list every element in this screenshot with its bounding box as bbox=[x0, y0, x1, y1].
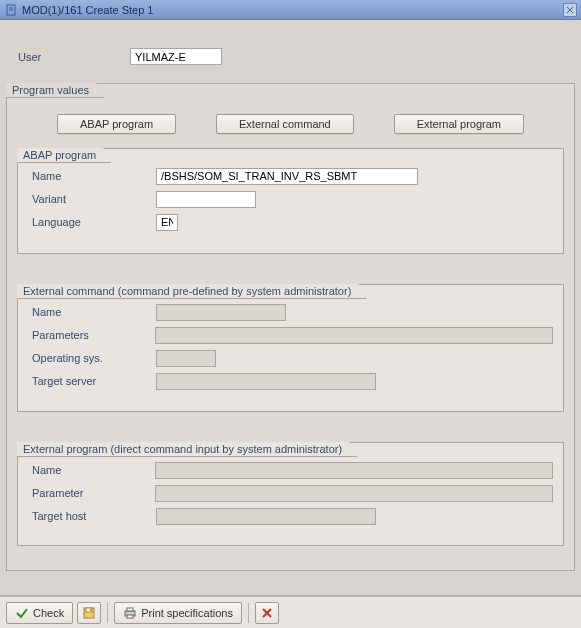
extcmd-params-field bbox=[155, 327, 553, 344]
ext-cmd-legend: External command (command pre-defined by… bbox=[17, 284, 366, 299]
extcmd-os-field bbox=[156, 350, 216, 367]
external-command-group: External command (command pre-defined by… bbox=[17, 284, 564, 412]
extcmd-name-field bbox=[156, 304, 286, 321]
print-spec-button[interactable]: Print specifications bbox=[114, 602, 242, 624]
abap-name-label: Name bbox=[28, 170, 156, 182]
close-icon[interactable] bbox=[563, 3, 577, 17]
print-spec-label: Print specifications bbox=[141, 607, 233, 619]
extcmd-target-label: Target server bbox=[28, 375, 156, 387]
abap-variant-field[interactable] bbox=[156, 191, 256, 208]
extprog-param-label: Parameter bbox=[28, 487, 155, 499]
titlebar: MOD(1)/161 Create Step 1 bbox=[0, 0, 581, 20]
ext-prog-legend: External program (direct command input b… bbox=[17, 442, 357, 457]
extcmd-target-field bbox=[156, 373, 376, 390]
external-command-button[interactable]: External command bbox=[216, 114, 354, 134]
user-row: User bbox=[18, 48, 575, 65]
check-icon bbox=[15, 606, 29, 620]
toolbar-separator bbox=[107, 603, 108, 623]
printer-icon bbox=[123, 606, 137, 620]
window-icon bbox=[6, 4, 18, 16]
cancel-button[interactable] bbox=[255, 602, 279, 624]
external-program-group: External program (direct command input b… bbox=[17, 442, 564, 546]
svg-rect-10 bbox=[127, 615, 133, 618]
abap-program-button[interactable]: ABAP program bbox=[57, 114, 176, 134]
content: User Program values ABAP program Externa… bbox=[0, 20, 581, 595]
abap-name-field[interactable] bbox=[156, 168, 418, 185]
save-icon bbox=[82, 606, 96, 620]
svg-rect-7 bbox=[90, 609, 92, 611]
abap-group: ABAP program Name Variant Language bbox=[17, 148, 564, 254]
extprog-param-field bbox=[155, 485, 553, 502]
program-type-buttons: ABAP program External command External p… bbox=[17, 108, 564, 148]
extprog-name-field bbox=[155, 462, 553, 479]
check-label: Check bbox=[33, 607, 64, 619]
extcmd-os-label: Operating sys. bbox=[28, 352, 156, 364]
external-program-button[interactable]: External program bbox=[394, 114, 524, 134]
bottom-toolbar: Check Print specifications bbox=[0, 595, 581, 628]
program-values-legend: Program values bbox=[6, 83, 104, 98]
program-values-group: Program values ABAP program External com… bbox=[6, 83, 575, 571]
cancel-icon bbox=[260, 606, 274, 620]
extprog-host-label: Target host bbox=[28, 510, 156, 522]
check-button[interactable]: Check bbox=[6, 602, 73, 624]
toolbar-separator-2 bbox=[248, 603, 249, 623]
user-field[interactable] bbox=[130, 48, 222, 65]
save-button[interactable] bbox=[77, 602, 101, 624]
extprog-host-field bbox=[156, 508, 376, 525]
extcmd-params-label: Parameters bbox=[28, 329, 155, 341]
svg-rect-9 bbox=[127, 608, 133, 611]
abap-variant-label: Variant bbox=[28, 193, 156, 205]
abap-language-label: Language bbox=[28, 216, 156, 228]
abap-legend: ABAP program bbox=[17, 148, 111, 163]
extprog-name-label: Name bbox=[28, 464, 155, 476]
extcmd-name-label: Name bbox=[28, 306, 156, 318]
window-title: MOD(1)/161 Create Step 1 bbox=[22, 4, 563, 16]
user-label: User bbox=[18, 51, 130, 63]
abap-language-field[interactable] bbox=[156, 214, 178, 231]
